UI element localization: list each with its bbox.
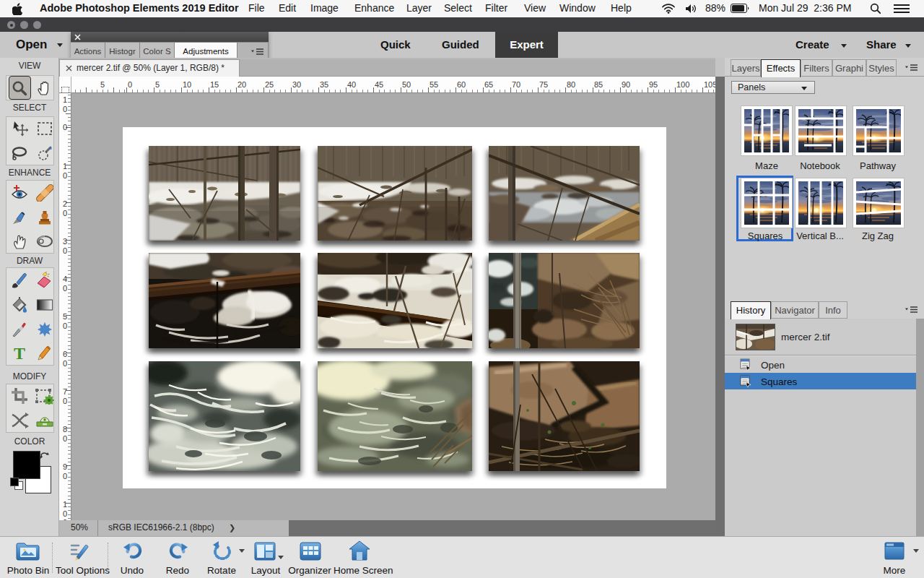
svg-text:T: T — [13, 345, 25, 362]
